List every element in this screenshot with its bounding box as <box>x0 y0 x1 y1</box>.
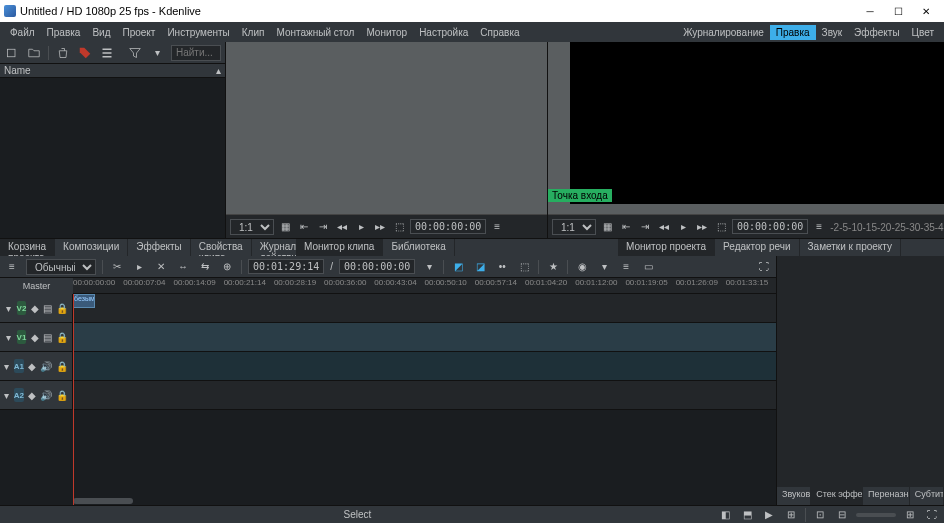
timeline-scrollbar[interactable] <box>0 497 776 505</box>
tab-clip-props[interactable]: Свойства клипа <box>191 239 252 256</box>
layout-effects[interactable]: Эффекты <box>848 25 905 40</box>
track-content[interactable]: безым <box>73 294 776 322</box>
playhead[interactable] <box>73 294 74 505</box>
dropdown-icon[interactable]: ▾ <box>596 259 612 275</box>
play-icon[interactable]: ▸ <box>675 219 691 235</box>
track-content[interactable] <box>73 352 776 380</box>
lock-icon[interactable]: 🔒 <box>56 358 68 374</box>
hide-icon[interactable]: ▤ <box>43 329 52 345</box>
tab-proj-monitor[interactable]: Монитор проекта <box>618 239 715 256</box>
audio-icon[interactable]: ≡ <box>618 259 634 275</box>
mute-icon[interactable]: ◆ <box>28 358 36 374</box>
minimize-button[interactable]: ─ <box>856 1 884 21</box>
maximize-button[interactable]: ☐ <box>884 1 912 21</box>
zoom-slider[interactable] <box>856 513 896 517</box>
project-viewer[interactable]: Точка входа <box>548 42 944 214</box>
menu-clip[interactable]: Клип <box>236 25 271 40</box>
lock-icon[interactable]: 🔒 <box>56 387 68 403</box>
out-point-icon[interactable]: ⇥ <box>637 219 653 235</box>
add-folder-icon[interactable] <box>26 45 42 61</box>
thumb-icon[interactable]: ▶ <box>761 507 777 523</box>
proj-timecode[interactable]: 00:00:00:00 <box>732 219 808 234</box>
insert-icon[interactable]: ⊕ <box>219 259 235 275</box>
mute-icon[interactable]: ◆ <box>30 300 39 316</box>
color-icon[interactable]: ◧ <box>717 507 733 523</box>
timeline-position[interactable]: 00:01:29:14 <box>248 259 324 274</box>
menu-project[interactable]: Проект <box>116 25 161 40</box>
preview-icon[interactable]: ◉ <box>574 259 590 275</box>
edit-mode-select[interactable]: Обычный режим <box>26 259 96 275</box>
layout-editing[interactable]: Правка <box>770 25 816 40</box>
lock-icon[interactable]: 🔒 <box>56 329 68 345</box>
list-icon[interactable] <box>99 45 115 61</box>
dropdown-icon[interactable]: ▾ <box>421 259 437 275</box>
zone-icon[interactable]: ◩ <box>450 259 466 275</box>
grid-icon[interactable]: ▦ <box>599 219 615 235</box>
in-point-icon[interactable]: ⇤ <box>618 219 634 235</box>
layout-logging[interactable]: Журналирование <box>677 25 770 40</box>
scroll-thumb[interactable] <box>73 498 133 504</box>
track-content[interactable] <box>73 381 776 409</box>
tab-effects[interactable]: Эффекты <box>128 239 190 256</box>
tab-speech[interactable]: Редактор речи <box>715 239 799 256</box>
volume-icon[interactable]: 🔊 <box>40 387 52 403</box>
in-point-icon[interactable]: ⇤ <box>296 219 312 235</box>
menu-tools[interactable]: Инструменты <box>161 25 235 40</box>
lock-icon[interactable]: 🔒 <box>56 300 68 316</box>
collapse-icon[interactable]: ▾ <box>4 387 10 403</box>
zone-icon[interactable]: ⬚ <box>391 219 407 235</box>
track-header[interactable]: ▾ V2 ◆ ▤ 🔒 <box>0 294 73 322</box>
snap-icon[interactable]: ⊞ <box>783 507 799 523</box>
subtitle-icon[interactable]: ▭ <box>640 259 656 275</box>
clip-zoom-select[interactable]: 1:1 <box>230 219 274 235</box>
tags-icon[interactable]: ⬒ <box>739 507 755 523</box>
menu-edit[interactable]: Правка <box>41 25 87 40</box>
close-button[interactable]: ✕ <box>912 1 940 21</box>
dropdown-icon[interactable]: ▾ <box>149 45 165 61</box>
menu-settings[interactable]: Настройка <box>413 25 474 40</box>
proj-zoom-select[interactable]: 1:1 <box>552 219 596 235</box>
cut-icon[interactable]: ✂ <box>109 259 125 275</box>
timeline-ruler[interactable]: 00:00:00:00 00:00:07:04 00:00:14:09 00:0… <box>73 278 776 294</box>
ripple-icon[interactable]: ⇆ <box>197 259 213 275</box>
favorite-icon[interactable]: ★ <box>545 259 561 275</box>
menu-monitor[interactable]: Монитор <box>360 25 413 40</box>
master-track-label[interactable]: Master <box>0 278 73 294</box>
tag-icon[interactable] <box>77 45 93 61</box>
tab-subtitles[interactable]: Субтитры <box>910 487 944 505</box>
tab-audio[interactable]: Звуково... <box>777 487 811 505</box>
menu-timeline[interactable]: Монтажный стол <box>270 25 360 40</box>
zoom-out-icon[interactable]: ⊟ <box>834 507 850 523</box>
spacer-icon[interactable]: ↔ <box>175 259 191 275</box>
out-point-icon[interactable]: ⇥ <box>315 219 331 235</box>
bin-column-header[interactable]: Name▴ <box>0 64 225 78</box>
overwrite-icon[interactable]: ◪ <box>472 259 488 275</box>
track-header[interactable]: ▾ A1 ◆ 🔊 🔒 <box>0 352 73 380</box>
clip-viewer[interactable] <box>226 42 547 214</box>
maximize-icon[interactable]: ⛶ <box>756 259 772 275</box>
track-header[interactable]: ▾ V1 ◆ ▤ 🔒 <box>0 323 73 351</box>
track-header[interactable]: ▾ A2 ◆ 🔊 🔒 <box>0 381 73 409</box>
forward-icon[interactable]: ▸▸ <box>372 219 388 235</box>
razor-icon[interactable]: ✕ <box>153 259 169 275</box>
delete-icon[interactable] <box>55 45 71 61</box>
tab-bin[interactable]: Корзина проекта <box>0 239 55 256</box>
tab-compositions[interactable]: Композиции <box>55 239 128 256</box>
play-icon[interactable]: ▸ <box>131 259 147 275</box>
tab-effect-stack[interactable]: Стек эффектов... <box>811 487 863 505</box>
menu-view[interactable]: Вид <box>86 25 116 40</box>
filter-icon[interactable] <box>127 45 143 61</box>
rewind-icon[interactable]: ◂◂ <box>656 219 672 235</box>
mute-icon[interactable]: ◆ <box>28 387 36 403</box>
menu-file[interactable]: Файл <box>4 25 41 40</box>
layout-color[interactable]: Цвет <box>906 25 940 40</box>
zoom-in-icon[interactable]: ⊞ <box>902 507 918 523</box>
extract-icon[interactable]: ⬚ <box>516 259 532 275</box>
grid-icon[interactable]: ▦ <box>277 219 293 235</box>
search-input[interactable] <box>171 45 221 61</box>
options-icon[interactable]: ≡ <box>489 219 505 235</box>
hide-icon[interactable]: ▤ <box>43 300 52 316</box>
fit-zoom-icon[interactable]: ⊡ <box>812 507 828 523</box>
timeline-clip[interactable]: безым <box>73 294 95 308</box>
volume-icon[interactable]: 🔊 <box>40 358 52 374</box>
